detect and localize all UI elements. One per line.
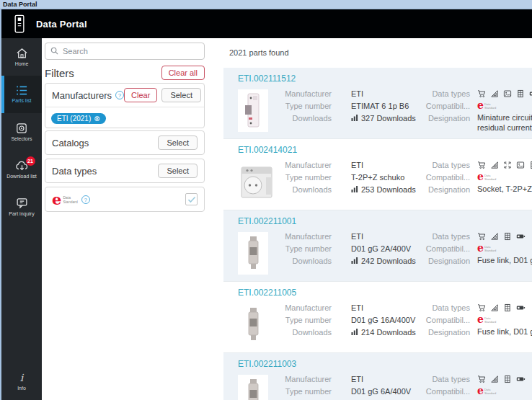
field-label-manufacturer: Manufacturer bbox=[238, 231, 332, 243]
edata-standard-logo: eDataStandard bbox=[477, 173, 496, 181]
results-count: 2021 parts found bbox=[229, 48, 289, 57]
os-titlebar[interactable]: Data Portal bbox=[0, 0, 532, 9]
home-icon bbox=[16, 48, 28, 59]
sidebar-item-label: Selectors bbox=[11, 136, 32, 142]
search-box[interactable] bbox=[45, 43, 205, 60]
sidebar-item-home[interactable]: Home bbox=[1, 38, 42, 76]
search-input[interactable] bbox=[63, 47, 192, 55]
field-label-data-types: Data types bbox=[386, 88, 470, 100]
chip-remove-icon[interactable]: ⊗ bbox=[94, 115, 99, 123]
setsquare-icon bbox=[490, 161, 499, 169]
part-card[interactable]: ETI.002111512 ManufacturerETI Type numbe… bbox=[223, 68, 532, 139]
field-label-type-number: Type number bbox=[238, 100, 332, 112]
part-designation: Socket, T-2P+Z schuko bbox=[477, 184, 532, 194]
downloads-chart-icon bbox=[351, 326, 358, 339]
battery-icon bbox=[516, 375, 526, 383]
field-label-downloads: Downloads bbox=[238, 326, 332, 339]
field-label-compatibility: Compatibil... bbox=[386, 314, 470, 326]
field-label-designation: Designation bbox=[386, 255, 470, 267]
clear-all-button[interactable]: Clear all bbox=[161, 66, 205, 80]
edata-standard-logo: eDataStandard bbox=[477, 244, 496, 252]
part-id-link[interactable]: ETI.002211003 bbox=[238, 359, 296, 369]
part-card[interactable]: ETI.002211005 ManufacturerETI Type numbe… bbox=[223, 282, 532, 353]
help-icon[interactable]: ? bbox=[81, 195, 90, 204]
sidebar-item-selectors[interactable]: Selectors bbox=[1, 113, 42, 151]
help-icon[interactable]: ? bbox=[115, 91, 124, 99]
field-label-type-number: Type number bbox=[238, 172, 332, 184]
image-icon bbox=[503, 89, 512, 98]
part-manufacturer: ETI bbox=[351, 302, 363, 314]
battery-icon bbox=[516, 232, 526, 241]
field-label-data-types: Data types bbox=[386, 302, 470, 314]
manufacturers-clear-button[interactable]: Clear bbox=[124, 88, 157, 102]
edata-standard-logo: eDataStandard bbox=[477, 102, 496, 110]
image-icon bbox=[516, 161, 525, 169]
setsquare-icon bbox=[490, 303, 499, 312]
manufacturer-chip-eti[interactable]: ETI (2021) ⊗ bbox=[51, 113, 106, 124]
app-logo-breaker-icon bbox=[13, 14, 26, 34]
field-label-downloads: Downloads bbox=[238, 255, 332, 267]
setsquare-icon bbox=[490, 375, 499, 383]
app-header: Data Portal bbox=[1, 9, 532, 38]
part-manufacturer: ETI bbox=[351, 159, 363, 172]
catalogs-select-button[interactable]: Select bbox=[158, 135, 198, 150]
field-label-data-types: Data types bbox=[386, 373, 470, 386]
data-types-label: Data types bbox=[52, 166, 97, 177]
table-icon bbox=[529, 161, 532, 169]
parts-list: ETI.002111512 ManufacturerETI Type numbe… bbox=[223, 68, 532, 400]
battery-icon bbox=[529, 89, 532, 98]
part-id-link[interactable]: ETI.002414021 bbox=[238, 145, 297, 155]
field-label-data-types: Data types bbox=[386, 159, 470, 172]
part-card[interactable]: ETI.002211001 ManufacturerETI Type numbe… bbox=[223, 210, 532, 282]
part-inquiry-icon bbox=[16, 197, 28, 209]
cart-icon bbox=[477, 375, 486, 383]
info-icon: i bbox=[20, 372, 23, 383]
cart-icon bbox=[477, 232, 486, 241]
manufacturers-filter-card: Manufacturers ? Clear Select ETI (2021) … bbox=[45, 83, 205, 128]
field-label-designation: Designation bbox=[386, 184, 470, 196]
part-designation: Miniature circuit breaker,residual curre… bbox=[477, 112, 532, 133]
sidebar-item-part-inquiry[interactable]: Part inquiry bbox=[1, 188, 42, 226]
sidebar-item-info[interactable]: i Info bbox=[1, 363, 42, 400]
field-label-compatibility: Compatibil... bbox=[386, 386, 470, 398]
cart-icon bbox=[477, 303, 486, 312]
field-label-downloads: Downloads bbox=[238, 184, 332, 196]
catalogs-label: Catalogs bbox=[52, 138, 89, 148]
setsquare-icon bbox=[490, 232, 499, 241]
setsquare-icon bbox=[490, 89, 499, 98]
table-icon bbox=[503, 232, 512, 241]
manufacturers-select-button[interactable]: Select bbox=[161, 88, 201, 102]
catalogs-filter-card: Catalogs Select bbox=[45, 130, 205, 155]
edata-standard-logo: eDataStandard bbox=[477, 387, 496, 395]
sidebar-item-label: Download list bbox=[6, 174, 37, 179]
part-card[interactable]: ETI.002414021 ManufacturerETI Type numbe… bbox=[223, 139, 532, 210]
manufacturers-label: Manufacturers bbox=[52, 90, 112, 101]
field-label-type-number: Type number bbox=[238, 386, 332, 398]
data-types-select-button[interactable]: Select bbox=[158, 164, 198, 178]
downloads-chart-icon bbox=[351, 112, 358, 125]
part-id-link[interactable]: ETI.002111512 bbox=[238, 74, 296, 84]
search-icon bbox=[50, 45, 58, 58]
app-name: Data Portal bbox=[36, 19, 87, 30]
sidebar-item-download-list[interactable]: 21 Download list bbox=[1, 151, 42, 188]
sidebar-item-label: Part inquiry bbox=[9, 211, 34, 217]
part-designation: Fuse link, D01 gG 2A/400V bbox=[477, 255, 532, 265]
edata-standard-checkbox[interactable] bbox=[185, 193, 198, 205]
part-id-link[interactable]: ETI.002211005 bbox=[238, 288, 296, 298]
data-types-filter-card: Data types Select bbox=[45, 159, 205, 183]
field-label-compatibility: Compatibil... bbox=[386, 243, 470, 255]
sidebar: Home Parts list Selectors 21 Download li… bbox=[1, 38, 42, 400]
download-cloud-icon: 21 bbox=[15, 160, 29, 172]
expand-icon bbox=[503, 161, 512, 169]
cart-icon bbox=[477, 89, 486, 98]
filters-title: Filters bbox=[45, 67, 74, 79]
part-card[interactable]: ETI.002211003 ManufacturerETI Type numbe… bbox=[223, 353, 532, 400]
part-id-link[interactable]: ETI.002211001 bbox=[238, 216, 296, 226]
sidebar-item-parts-list[interactable]: Parts list bbox=[1, 76, 42, 113]
parts-list-icon bbox=[16, 85, 28, 96]
battery-icon bbox=[516, 303, 526, 312]
edata-standard-logo: e DataStandard bbox=[52, 194, 78, 205]
edata-standard-logo: eDataStandard bbox=[477, 316, 496, 324]
field-label-downloads: Downloads bbox=[238, 112, 332, 125]
app-window: Data Portal Data Portal Home Parts list … bbox=[0, 0, 532, 400]
